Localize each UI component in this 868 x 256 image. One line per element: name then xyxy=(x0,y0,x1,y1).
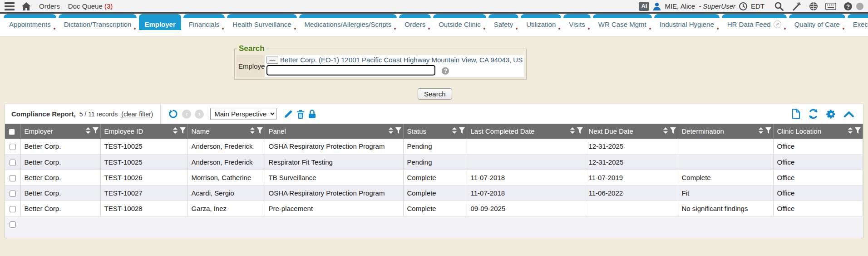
tab-utilization[interactable]: Utilization xyxy=(521,14,561,30)
help-icon[interactable]: ? xyxy=(843,2,853,11)
column-header-panel[interactable]: Panel xyxy=(265,124,403,139)
row-checkbox[interactable] xyxy=(10,191,16,197)
filter-funnel-icon[interactable] xyxy=(93,127,99,135)
next-icon[interactable]: › xyxy=(195,110,204,119)
tab-safety[interactable]: Safety xyxy=(488,14,519,30)
filter-funnel-icon[interactable] xyxy=(765,127,771,135)
refresh-icon[interactable] xyxy=(808,109,819,119)
delete-trash-icon[interactable] xyxy=(296,110,305,119)
search-legend: Search xyxy=(237,44,266,53)
cell-next-due-date: 12-31-2025 xyxy=(585,154,678,170)
wand-icon[interactable] xyxy=(792,2,802,11)
row-checkbox[interactable] xyxy=(10,144,16,150)
tab-wr-case-mgmt[interactable]: WR Case Mgmt xyxy=(593,14,652,30)
settings-gear-icon[interactable] xyxy=(826,109,836,119)
sort-icon[interactable] xyxy=(389,127,393,135)
column-header-name[interactable]: Name xyxy=(187,124,265,139)
table-row[interactable]: Better Corp.TEST-10025Anderson, Frederic… xyxy=(5,139,863,154)
sort-icon[interactable] xyxy=(173,127,178,135)
column-header-next-due-date[interactable]: Next Due Date xyxy=(585,124,678,139)
new-document-icon[interactable] xyxy=(792,109,800,119)
user-icon[interactable] xyxy=(653,2,661,10)
tab-outside-clinic[interactable]: Outside Clinic xyxy=(433,14,486,30)
tab-visits[interactable]: Visits xyxy=(563,14,591,30)
filter-funnel-icon[interactable] xyxy=(459,127,465,135)
filter-funnel-icon[interactable] xyxy=(257,127,263,135)
user-name[interactable]: MIE, Alice xyxy=(665,2,695,10)
tab-handle-dot xyxy=(717,28,719,30)
tab-executive-dashboard[interactable]: Executive Dashboard xyxy=(848,14,868,30)
filter-funnel-icon[interactable] xyxy=(670,127,676,135)
breadcrumb-doc-queue[interactable]: Doc Queue (3) xyxy=(68,2,113,10)
sort-icon[interactable] xyxy=(759,127,763,135)
clock-icon[interactable] xyxy=(739,2,747,10)
column-header-employee-id[interactable]: Employee ID xyxy=(100,124,187,139)
lock-icon[interactable] xyxy=(308,110,316,119)
selected-employer-value[interactable]: Better Corp. (EO-1) 12001 Pacific Coast … xyxy=(280,56,523,64)
perspective-select[interactable]: Main Perspective xyxy=(210,108,276,120)
table-row[interactable]: Better Corp.TEST-10027Acardi, SergioOSHA… xyxy=(5,185,863,201)
cell-clinic-location: Office xyxy=(773,154,863,170)
tab-dictation-transcription[interactable]: Dictation/Transcription xyxy=(59,14,137,30)
keyboard-icon[interactable] xyxy=(825,3,836,10)
breadcrumb-orders[interactable]: Orders xyxy=(39,2,60,10)
column-header-determination[interactable]: Determination xyxy=(678,124,773,139)
tab-financials[interactable]: Financials xyxy=(183,14,225,30)
user-role: - SuperUser xyxy=(699,2,735,10)
tab-quality-of-care[interactable]: Quality of Care xyxy=(789,14,845,30)
table-row[interactable]: Better Corp.TEST-10026Morrison, Catherin… xyxy=(5,170,863,185)
filter-funnel-icon[interactable] xyxy=(395,127,401,135)
tab-health-surveillance[interactable]: Health Surveillance xyxy=(227,14,296,30)
prev-icon[interactable]: ‹ xyxy=(182,110,191,119)
sort-icon[interactable] xyxy=(452,127,457,135)
cell-employer: Better Corp. xyxy=(20,139,100,154)
tab-top-strip xyxy=(299,14,397,18)
sort-icon[interactable] xyxy=(250,127,255,135)
filter-funnel-icon[interactable] xyxy=(855,127,861,135)
sort-icon[interactable] xyxy=(570,127,575,135)
column-header-employer[interactable]: Employer xyxy=(20,124,100,139)
external-link-icon[interactable]: ↗ xyxy=(774,20,781,28)
column-header-last-completed-date[interactable]: Last Completed Date xyxy=(467,124,585,139)
table-row[interactable]: Better Corp.TEST-10025Anderson, Frederic… xyxy=(5,154,863,170)
field-help-icon[interactable]: ? xyxy=(442,67,449,75)
globe-icon[interactable] xyxy=(809,2,818,11)
cell-name: Acardi, Sergio xyxy=(187,185,265,201)
collapse-selection-button[interactable]: — xyxy=(266,56,278,64)
undo-icon[interactable] xyxy=(168,109,178,119)
table-row[interactable]: Better Corp.TEST-10028Garza, InezPre-pla… xyxy=(5,201,863,216)
cell-status: Complete xyxy=(403,201,467,216)
edit-pencil-icon[interactable] xyxy=(284,110,293,119)
row-checkbox[interactable] xyxy=(10,206,16,212)
column-header-clinic-location[interactable]: Clinic Location xyxy=(773,124,863,139)
employer-search-input[interactable] xyxy=(266,65,435,75)
sort-icon[interactable] xyxy=(848,127,853,135)
ai-badge[interactable]: AI xyxy=(639,2,649,11)
select-all-checkbox[interactable] xyxy=(9,129,15,135)
tab-top-strip xyxy=(139,14,181,18)
tab-industrial-hygiene[interactable]: Industrial Hygiene xyxy=(654,14,720,30)
tab-hr-data-feed[interactable]: HR Data Feed↗ xyxy=(722,14,787,30)
tab-appointments[interactable]: Appointments xyxy=(4,14,56,30)
home-icon[interactable] xyxy=(22,2,31,10)
filter-funnel-icon[interactable] xyxy=(180,127,186,135)
footer-checkbox[interactable] xyxy=(10,221,16,228)
column-header-status[interactable]: Status xyxy=(403,124,467,139)
collapse-chevron-icon[interactable] xyxy=(844,111,854,117)
row-checkbox[interactable] xyxy=(10,160,16,166)
clear-filter-link[interactable]: (clear filter) xyxy=(121,110,153,118)
tab-orders[interactable]: Orders xyxy=(399,14,431,30)
menu-icon[interactable] xyxy=(5,2,15,10)
tab-medications-allergies-scripts[interactable]: Medications/Allergies/Scripts xyxy=(299,14,397,30)
tab-top-strip xyxy=(593,14,652,18)
search-button[interactable]: Search xyxy=(418,88,452,100)
sort-icon[interactable] xyxy=(86,127,90,135)
cell-determination xyxy=(678,154,773,170)
sort-icon[interactable] xyxy=(663,127,668,135)
search-icon[interactable] xyxy=(774,2,784,11)
presence-dot[interactable] xyxy=(856,3,863,10)
cell-employer: Better Corp. xyxy=(20,201,100,216)
filter-funnel-icon[interactable] xyxy=(577,127,583,135)
row-checkbox[interactable] xyxy=(10,175,16,181)
tab-employer[interactable]: Employer xyxy=(139,14,181,30)
